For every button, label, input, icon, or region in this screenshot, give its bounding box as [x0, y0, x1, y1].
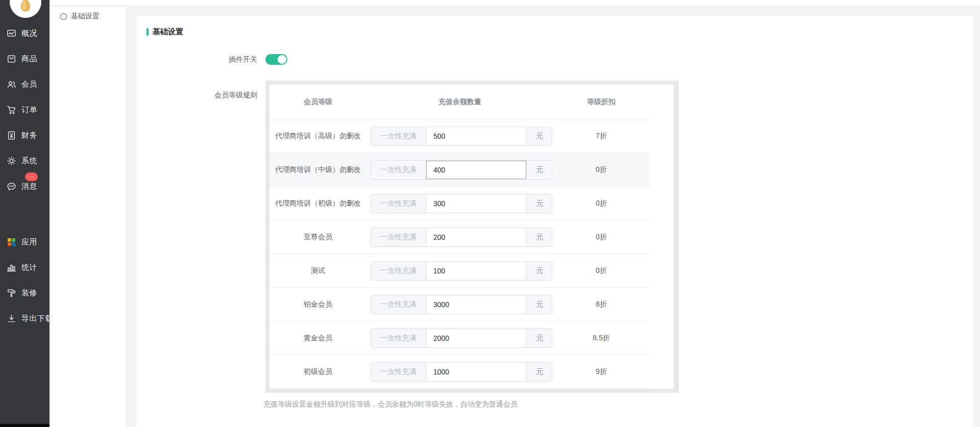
amount-input-group: 一次性充满元	[371, 160, 552, 180]
sidebar-item-system[interactable]: 系统	[0, 148, 50, 173]
member-level-cell: 至尊会员	[270, 226, 366, 247]
input-prefix-label: 一次性充满	[371, 194, 426, 213]
table-row: 代理商培训（中级）勿删改一次性充满元0折	[270, 153, 649, 187]
amount-input-group: 一次性充满元	[371, 295, 552, 314]
member-level-cell: 初级会员	[270, 361, 366, 382]
sidebar-item-goods[interactable]: 商品	[0, 46, 50, 71]
table-body: 代理商培训（高级）勿删改一次性充满元7折代理商培训（中级）勿删改一次性充满元0折…	[270, 119, 649, 389]
sidebar-item-decorate[interactable]: 装修	[0, 280, 50, 306]
table-row: 测试一次性充满元0折	[270, 254, 649, 288]
sidebar-item-label: 会员	[21, 80, 37, 89]
member-level-cell: 铂金会员	[270, 293, 366, 315]
input-unit-label: 元	[526, 127, 552, 145]
input-prefix-label: 一次性充满	[371, 228, 426, 246]
member-level-cell: 代理商培训（中级）勿删改	[270, 159, 366, 180]
members-icon	[7, 79, 17, 89]
sidebar-item-overview[interactable]: 概况	[0, 20, 50, 46]
input-prefix-label: 一次性充满	[371, 127, 426, 145]
amount-input[interactable]	[426, 363, 526, 381]
member-level-cell: 黄金会员	[270, 327, 366, 348]
orders-icon	[7, 105, 17, 115]
recharge-amount-cell: 一次性充满元	[366, 323, 553, 353]
discount-cell: 0折	[553, 159, 649, 180]
discount-cell: 8折	[553, 293, 649, 315]
message-badge: ...	[25, 172, 38, 181]
input-unit-label: 元	[526, 161, 552, 179]
sidebar-item-finance[interactable]: 财务	[0, 122, 50, 148]
overview-icon	[7, 28, 17, 38]
member-level-cell: 代理商培训（高级）勿删改	[270, 125, 366, 146]
member-level-cell: 代理商培训（初级）勿删改	[270, 192, 366, 214]
recharge-amount-cell: 一次性充满元	[366, 121, 553, 151]
member-level-rules-row: 会员等级规则 会员等级充值余额数量等级折扣 代理商培训（高级）勿删改一次性充满元…	[137, 81, 973, 393]
radio-circle-icon	[60, 13, 67, 20]
input-prefix-label: 一次性充满	[371, 329, 426, 347]
amount-input[interactable]	[426, 228, 526, 246]
member-level-table: 会员等级充值余额数量等级折扣 代理商培训（高级）勿删改一次性充满元7折代理商培训…	[270, 85, 674, 389]
column-header: 充值余额数量	[366, 91, 553, 112]
sidebar-item-members[interactable]: 会员	[0, 71, 50, 97]
discount-cell: 0折	[553, 226, 649, 247]
input-prefix-label: 一次性充满	[371, 295, 426, 314]
input-unit-label: 元	[526, 363, 552, 381]
sidebar-bottom-strip	[0, 424, 50, 427]
input-prefix-label: 一次性充满	[371, 161, 426, 179]
amount-input[interactable]	[426, 127, 526, 145]
member-level-cell: 测试	[270, 260, 366, 281]
sidebar-item-stats[interactable]: 统计	[0, 255, 50, 280]
recharge-amount-cell: 一次性充满元	[366, 155, 553, 185]
table-row: 代理商培训（高级）勿删改一次性充满元7折	[270, 119, 649, 153]
sidebar-item-label: 订单	[21, 105, 37, 115]
recharge-amount-cell: 一次性充满元	[366, 222, 553, 252]
input-prefix-label: 一次性充满	[371, 363, 426, 381]
amount-input[interactable]	[426, 161, 526, 179]
amount-input-group: 一次性充满元	[371, 362, 552, 382]
subnav-item-label: 基础设置	[71, 12, 100, 21]
avatar[interactable]	[10, 0, 41, 18]
input-unit-label: 元	[526, 228, 552, 246]
table-row: 黄金会员一次性充满元8.5折	[270, 321, 649, 355]
table-row: 铂金会员一次性充满元8折	[270, 288, 649, 321]
recharge-amount-cell: 一次性充满元	[366, 290, 553, 319]
member-level-table-wrapper: 会员等级充值余额数量等级折扣 代理商培训（高级）勿删改一次性充满元7折代理商培训…	[265, 81, 679, 393]
secondary-sidebar: 基础设置	[50, 7, 126, 427]
message-icon	[7, 181, 17, 191]
amount-input-group: 一次性充满元	[371, 194, 552, 213]
sidebar-item-label: 导出下载	[21, 314, 53, 323]
column-header: 等级折扣	[553, 91, 649, 112]
system-icon	[7, 156, 17, 166]
sidebar-item-label: 统计	[21, 263, 37, 272]
page-title: 基础设置	[153, 27, 183, 37]
amount-input-group: 一次性充满元	[371, 127, 552, 146]
download-icon	[7, 313, 17, 323]
subnav-item-basic-settings[interactable]: 基础设置	[50, 7, 126, 21]
stats-icon	[7, 262, 17, 272]
amount-input[interactable]	[426, 262, 526, 280]
column-header: 会员等级	[270, 91, 366, 112]
recharge-amount-cell: 一次性充满元	[366, 357, 553, 387]
amount-input[interactable]	[426, 295, 526, 314]
discount-cell: 8.5折	[553, 327, 649, 348]
amount-input[interactable]	[426, 194, 526, 213]
sidebar-menu-top: 概况商品会员订单财务系统消息...	[0, 20, 50, 199]
sidebar-item-message[interactable]: 消息...	[0, 173, 50, 199]
input-prefix-label: 一次性充满	[371, 262, 426, 280]
sidebar-item-download[interactable]: 导出下载	[0, 306, 50, 331]
goods-icon	[7, 54, 17, 64]
plugin-switch-label: 插件开关	[137, 54, 257, 65]
plugin-switch-toggle[interactable]	[265, 54, 287, 65]
sidebar-item-label: 概况	[21, 29, 37, 38]
input-unit-label: 元	[526, 295, 552, 314]
main-area: 基础设置 插件开关 会员等级规则 会员等级充值余额数量等级折扣 代理商培训（高级…	[126, 7, 980, 427]
sidebar-menu-bottom: 应用统计装修导出下载	[0, 229, 50, 331]
decorate-icon	[7, 288, 17, 298]
member-level-rules-label: 会员等级规则	[137, 81, 257, 101]
amount-input[interactable]	[426, 329, 526, 347]
sidebar-item-apps[interactable]: 应用	[0, 229, 50, 255]
amount-input-group: 一次性充满元	[371, 329, 552, 348]
sidebar-item-label: 消息	[21, 182, 37, 191]
primary-sidebar: 概况商品会员订单财务系统消息... 应用统计装修导出下载	[0, 0, 50, 427]
sidebar-item-label: 系统	[21, 156, 37, 166]
topbar	[50, 0, 980, 6]
sidebar-item-orders[interactable]: 订单	[0, 97, 50, 122]
